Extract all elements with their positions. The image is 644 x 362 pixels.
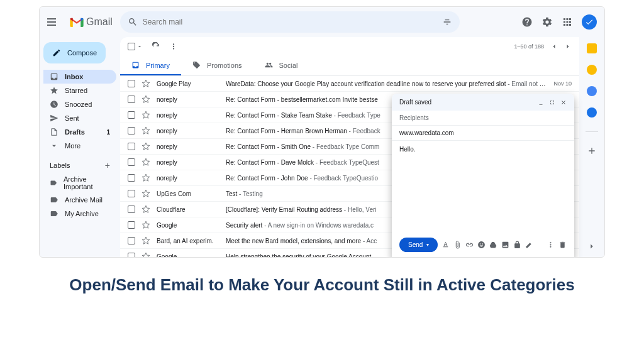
tasks-app-icon[interactable] xyxy=(587,86,597,96)
more-options-icon[interactable] xyxy=(547,241,555,249)
nav-more[interactable]: More xyxy=(43,139,116,153)
keep-app-icon[interactable] xyxy=(587,65,597,75)
star-icon[interactable] xyxy=(142,126,150,135)
row-checkbox[interactable] xyxy=(128,127,135,134)
format-text-icon[interactable] xyxy=(441,241,450,249)
nav-starred[interactable]: Starred xyxy=(43,84,116,97)
compose-popup: Draft saved Recipients www.waredata.com … xyxy=(392,94,574,257)
settings-gear-icon[interactable] xyxy=(541,16,553,28)
label-archive-important[interactable]: Archive Important xyxy=(43,173,116,193)
more-icon[interactable] xyxy=(169,42,178,51)
nav-inbox[interactable]: Inbox xyxy=(43,70,116,84)
pen-icon[interactable] xyxy=(525,241,533,249)
sender: noreply xyxy=(157,159,219,166)
compose-title: Draft saved xyxy=(399,99,431,106)
label-my-archive[interactable]: My Archive xyxy=(43,207,116,221)
search-bar[interactable] xyxy=(120,11,460,33)
nav-snoozed[interactable]: Snoozed xyxy=(43,97,116,111)
star-icon[interactable] xyxy=(142,111,150,119)
tab-social[interactable]: Social xyxy=(253,56,309,75)
select-all-checkbox[interactable] xyxy=(128,42,143,51)
fullscreen-icon[interactable] xyxy=(549,99,555,106)
clock-icon xyxy=(50,100,58,109)
labels-header: Labels+ xyxy=(43,153,116,173)
row-checkbox[interactable] xyxy=(128,221,135,229)
inbox-icon xyxy=(50,72,58,81)
body-field[interactable]: Hello. xyxy=(392,141,574,233)
tag-icon xyxy=(192,61,201,69)
recipients-field[interactable]: Recipients xyxy=(392,111,574,126)
prev-page-icon[interactable] xyxy=(550,42,558,51)
send-button[interactable]: Send▾ xyxy=(399,238,438,252)
row-checkbox[interactable] xyxy=(128,237,135,244)
hamburger-menu-icon[interactable] xyxy=(47,18,62,26)
star-icon[interactable] xyxy=(142,236,150,245)
row-checkbox[interactable] xyxy=(128,80,135,87)
logo-text: Gmail xyxy=(86,16,113,28)
link-icon[interactable] xyxy=(465,241,474,249)
sender: UpGes Com xyxy=(157,190,219,197)
contacts-app-icon[interactable] xyxy=(587,107,597,118)
star-icon[interactable] xyxy=(142,205,150,214)
compose-footer: Send▾ xyxy=(392,233,574,257)
account-avatar[interactable] xyxy=(582,14,597,30)
star-icon[interactable] xyxy=(142,189,150,198)
divider xyxy=(586,131,598,132)
row-checkbox[interactable] xyxy=(128,206,135,213)
gmail-logo-icon xyxy=(70,17,84,27)
sender: Google Play xyxy=(157,80,219,87)
row-checkbox[interactable] xyxy=(128,96,135,103)
emoji-icon[interactable] xyxy=(477,241,486,249)
sidebar-right xyxy=(579,37,604,257)
compose-label: Compose xyxy=(67,49,97,57)
row-checkbox[interactable] xyxy=(128,253,135,257)
search-options-icon[interactable] xyxy=(442,17,452,27)
apps-grid-icon[interactable] xyxy=(562,16,573,28)
search-input[interactable] xyxy=(143,18,437,26)
star-icon[interactable] xyxy=(142,142,150,151)
label-archive-mail[interactable]: Archive Mail xyxy=(43,193,116,207)
tab-primary[interactable]: Primary xyxy=(120,56,181,75)
star-icon[interactable] xyxy=(142,158,150,167)
row-checkbox[interactable] xyxy=(128,174,135,182)
row-checkbox[interactable] xyxy=(128,190,135,197)
row-checkbox[interactable] xyxy=(128,111,135,119)
email-row[interactable]: Google Play WareData: Choose your Google… xyxy=(120,76,579,92)
star-icon[interactable] xyxy=(142,252,150,257)
next-page-icon[interactable] xyxy=(564,42,572,51)
confidential-icon[interactable] xyxy=(513,241,521,249)
attach-icon[interactable] xyxy=(453,241,462,249)
star-icon[interactable] xyxy=(142,79,150,88)
minimize-icon[interactable] xyxy=(538,99,544,106)
top-bar: Gmail xyxy=(40,7,604,37)
nav-drafts[interactable]: Drafts1 xyxy=(43,125,116,139)
star-icon[interactable] xyxy=(142,95,150,104)
drive-icon[interactable] xyxy=(489,241,497,249)
trash-icon[interactable] xyxy=(558,241,567,249)
sender: Cloudflare xyxy=(157,206,219,213)
caption-text: Open/Send Email to Make Your Account Sti… xyxy=(0,258,644,312)
row-checkbox[interactable] xyxy=(128,158,135,166)
category-tabs: Primary Promotions Social xyxy=(120,56,579,76)
help-icon[interactable] xyxy=(521,16,533,28)
add-app-icon[interactable] xyxy=(587,146,597,156)
compose-button[interactable]: Compose xyxy=(43,42,106,63)
star-icon[interactable] xyxy=(142,221,150,229)
add-label-icon[interactable]: + xyxy=(105,160,110,170)
star-icon[interactable] xyxy=(142,173,150,182)
page-info: 1–50 of 188 xyxy=(514,42,572,51)
calendar-app-icon[interactable] xyxy=(587,43,597,53)
row-checkbox[interactable] xyxy=(128,143,135,150)
refresh-icon[interactable] xyxy=(152,42,160,51)
chevron-down-icon[interactable] xyxy=(136,42,143,51)
nav-sent[interactable]: Sent xyxy=(43,111,116,125)
close-icon[interactable] xyxy=(560,99,567,106)
compose-header[interactable]: Draft saved xyxy=(392,94,574,111)
tab-promotions[interactable]: Promotions xyxy=(181,56,253,75)
gmail-logo[interactable]: Gmail xyxy=(70,16,113,28)
collapse-panel-icon[interactable] xyxy=(587,242,596,251)
image-icon[interactable] xyxy=(501,241,509,249)
label-icon xyxy=(50,195,58,204)
subject-field[interactable]: www.waredata.com xyxy=(392,126,574,141)
sender: Google xyxy=(157,253,219,258)
